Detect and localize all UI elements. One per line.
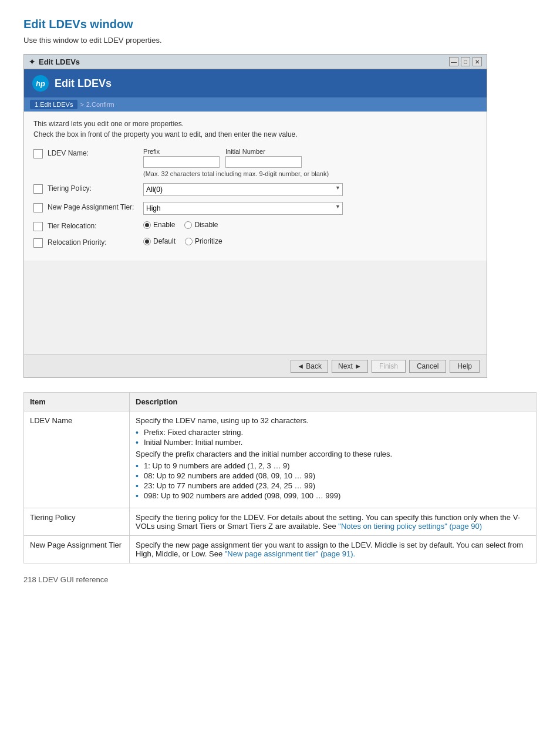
relocation-priority-label: Relocation Priority:: [48, 237, 139, 247]
tiering-policy-select[interactable]: All(0) All(1) Level 1 Level 2 Level 3 No…: [143, 183, 343, 196]
minimize-button[interactable]: —: [449, 57, 458, 66]
ldev-name-label: LDEV Name:: [48, 148, 139, 157]
new-page-tier-select[interactable]: High Middle Low: [143, 202, 343, 215]
table-item-ldev-name: LDEV Name: [24, 411, 130, 508]
list-item: 08: Up to 92 numbers are added (08, 09, …: [136, 471, 530, 481]
table-row: New Page Assignment Tier Specify the new…: [24, 536, 537, 563]
dialog-footer: ◄ Back Next ► Finish Cancel Help: [24, 355, 487, 377]
dialog-body: This wizard lets you edit one or more pr…: [24, 112, 487, 261]
table-row: LDEV Name Specify the LDEV name, using u…: [24, 411, 537, 508]
relocation-priority-prioritize[interactable]: Prioritize: [185, 237, 222, 245]
table-desc-new-page-tier: Specify the new page assignment tier you…: [130, 536, 537, 563]
ldev-name-hint: (Max. 32 characters total including max.…: [143, 170, 477, 177]
col2-header: Description: [130, 393, 537, 411]
table-item-tiering-policy: Tiering Policy: [24, 508, 130, 536]
info-table: Item Description LDEV Name Specify the L…: [23, 392, 537, 563]
tiering-policy-link[interactable]: "Notes on tiering policy settings" (page…: [338, 522, 482, 531]
col1-header: Item: [24, 393, 130, 411]
breadcrumb-step1[interactable]: 1.Edit LDEVs: [30, 100, 77, 109]
new-page-tier-link[interactable]: "New page assignment tier" (page 91).: [225, 549, 355, 558]
finish-button[interactable]: Finish: [372, 360, 406, 373]
new-page-tier-checkbox[interactable]: [33, 203, 43, 212]
tiering-policy-checkbox[interactable]: [33, 184, 43, 194]
table-row: Tiering Policy Specify the tiering polic…: [24, 508, 537, 536]
tier-relocation-enable[interactable]: Enable: [143, 221, 175, 229]
list-item: Prefix: Fixed character string.: [136, 427, 530, 437]
hp-logo-icon: hp: [32, 75, 49, 92]
table-desc-tiering-policy: Specify the tiering policy for the LDEV.…: [130, 508, 537, 536]
dialog-titlebar: ✦ Edit LDEVs — □ ✕: [24, 55, 487, 69]
edit-ldevs-dialog: ✦ Edit LDEVs — □ ✕ hp Edit LDEVs 1.Edit …: [23, 54, 487, 378]
table-desc-ldev-name: Specify the LDEV name, using up to 32 ch…: [130, 411, 537, 508]
cancel-button[interactable]: Cancel: [409, 360, 446, 373]
tier-relocation-disable[interactable]: Disable: [184, 221, 218, 229]
new-page-tier-label: New Page Assignment Tier:: [48, 202, 139, 211]
relocation-priority-default[interactable]: Default: [143, 237, 176, 245]
prefix-label: Prefix: [143, 148, 220, 155]
dialog-breadcrumb: 1.Edit LDEVs > 2.Confirm: [24, 97, 487, 112]
list-item: 23: Up to 77 numbers are added (23, 24, …: [136, 481, 530, 491]
prefix-input[interactable]: [143, 156, 220, 168]
tier-relocation-label: Tier Relocation:: [48, 221, 139, 230]
tier-relocation-checkbox[interactable]: [33, 222, 43, 231]
breadcrumb-step2: 2.Confirm: [86, 101, 114, 108]
relocation-priority-checkbox[interactable]: [33, 238, 43, 248]
dialog-titlebar-title: Edit LDEVs: [39, 58, 80, 66]
list-item: Initial Number: Initial number.: [136, 437, 530, 447]
wizard-description: This wizard lets you edit one or more pr…: [33, 119, 477, 140]
list-item: 098: Up to 902 numbers are added (098, 0…: [136, 491, 530, 501]
table-item-new-page-tier: New Page Assignment Tier: [24, 536, 130, 563]
tiering-policy-label: Tiering Policy:: [48, 183, 139, 193]
dialog-header-title: Edit LDEVs: [55, 77, 112, 90]
maximize-button[interactable]: □: [461, 57, 470, 66]
list-item: 1: Up to 9 numbers are added (1, 2, 3 … …: [136, 461, 530, 471]
next-button[interactable]: Next ►: [332, 360, 368, 373]
dialog-header: hp Edit LDEVs: [24, 69, 487, 97]
page-subtitle: Use this window to edit LDEV properties.: [23, 36, 537, 45]
dialog-titlebar-icon: ✦: [29, 58, 35, 66]
close-button[interactable]: ✕: [473, 57, 482, 66]
help-button[interactable]: Help: [450, 360, 480, 373]
breadcrumb-separator: >: [80, 101, 83, 108]
page-title: Edit LDEVs window: [23, 18, 537, 31]
back-button[interactable]: ◄ Back: [291, 360, 328, 373]
initial-number-label: Initial Number: [225, 148, 302, 155]
ldev-name-checkbox[interactable]: [33, 149, 43, 158]
page-footer: 218 LDEV GUI reference: [23, 575, 537, 584]
initial-number-input[interactable]: [225, 156, 302, 168]
